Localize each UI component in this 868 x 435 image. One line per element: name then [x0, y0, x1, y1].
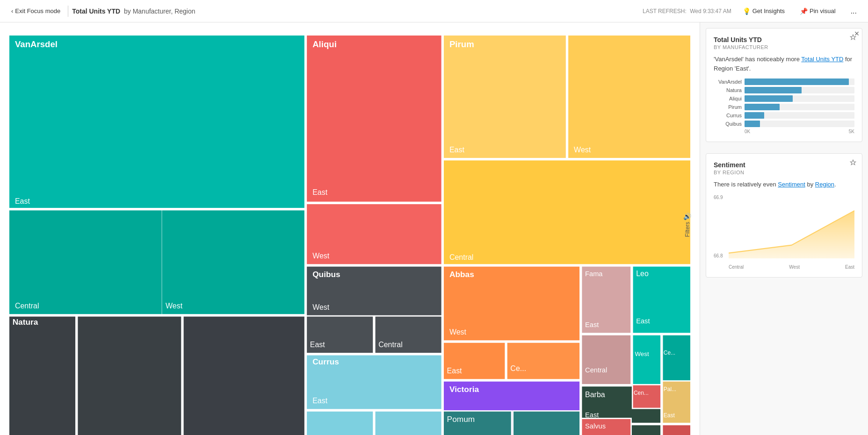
svg-text:Currus: Currus — [312, 357, 339, 366]
bar-axis-max: 5K — [849, 129, 854, 134]
insight-title-2: Sentiment — [714, 161, 854, 169]
svg-rect-45 — [506, 342, 580, 379]
svg-text:VanArsdel: VanArsdel — [15, 39, 58, 49]
svg-text:Ce...: Ce... — [664, 349, 675, 356]
bar-fill-2 — [745, 95, 793, 102]
bar-track-1 — [745, 87, 854, 93]
bar-label-4: Currus — [714, 113, 742, 118]
svg-rect-64 — [662, 335, 691, 385]
insight-text-link-2b[interactable]: Region — [815, 181, 834, 188]
topbar: ‹ Exit Focus mode Total Units YTD by Man… — [0, 0, 868, 22]
insight-card-1: Total Units YTD BY MANUFACTURER 'VanArsd… — [706, 28, 862, 142]
bar-chart-row-5: Quibus — [714, 121, 854, 127]
bar-chart-row-0: VanArsdel — [714, 78, 854, 85]
svg-rect-79 — [662, 425, 691, 435]
svg-text:Central: Central — [449, 253, 473, 261]
svg-rect-77 — [632, 385, 661, 408]
svg-rect-53 — [513, 411, 580, 435]
insight-card-2: Sentiment BY REGION There is relatively … — [706, 153, 862, 278]
svg-text:East: East — [312, 188, 327, 196]
get-insights-button[interactable]: 💡 Get Insights — [739, 6, 788, 17]
bar-label-3: Pirum — [714, 104, 742, 110]
last-refresh-label: LAST REFRESH: Wed 9:33:47 AM — [643, 8, 731, 14]
svg-text:Pirum: Pirum — [449, 39, 474, 49]
bar-chart-row-2: Aliqui — [714, 95, 854, 102]
pin-visual-label: Pin visual — [810, 7, 836, 14]
pin-icon: 📌 — [800, 7, 808, 15]
svg-text:West: West — [574, 146, 591, 154]
get-insights-label: Get Insights — [752, 7, 785, 14]
svg-text:West: West — [312, 303, 330, 311]
x-axis-labels: Central West East — [729, 264, 854, 270]
insight-subtitle-2: BY REGION — [714, 170, 854, 175]
svg-text:East: East — [15, 197, 30, 205]
bar-chart-row-3: Pirum — [714, 104, 854, 110]
svg-rect-57 — [581, 335, 631, 385]
svg-text:East: East — [664, 412, 675, 419]
bar-track-3 — [745, 104, 854, 110]
svg-text:East: East — [636, 317, 650, 325]
svg-rect-29 — [306, 411, 374, 435]
topbar-divider — [68, 6, 68, 17]
bar-label-1: Natura — [714, 87, 742, 93]
bar-label-2: Aliqui — [714, 96, 742, 101]
svg-text:Ce...: Ce... — [510, 364, 526, 372]
insight-subtitle-1: BY MANUFACTURER — [714, 44, 854, 50]
bar-fill-5 — [745, 121, 760, 127]
svg-text:Quibus: Quibus — [312, 270, 340, 279]
svg-text:West: West — [449, 328, 467, 336]
svg-text:Salvus: Salvus — [585, 422, 606, 430]
chart-subtitle: by Manufacturer, Region — [124, 7, 195, 15]
bar-track-2 — [745, 95, 854, 102]
more-options-button[interactable]: ... — [847, 5, 861, 17]
insight-text-prefix-1: 'VanArsdel' has noticeably more — [714, 56, 801, 63]
pin-card-2-button[interactable] — [850, 159, 856, 167]
treemap-svg[interactable]: VanArsdel East Central West Natura East … — [7, 34, 692, 435]
svg-text:Central: Central — [15, 302, 39, 310]
svg-rect-12 — [183, 316, 305, 435]
insight-text-1: 'VanArsdel' has noticeably more Total Un… — [714, 55, 854, 73]
back-icon: ‹ — [11, 7, 13, 14]
svg-text:West: West — [166, 302, 183, 310]
svg-text:West: West — [635, 350, 649, 357]
svg-text:Barba: Barba — [585, 391, 605, 399]
pin-visual-button[interactable]: 📌 Pin visual — [796, 6, 839, 17]
filter-icon: 🔊 — [683, 213, 691, 220]
filters-button[interactable]: 🔊 Filters — [681, 209, 693, 241]
insights-icon: 💡 — [743, 7, 751, 15]
bar-track-4 — [745, 112, 854, 119]
exit-focus-label: Exit Focus mode — [15, 7, 60, 14]
svg-rect-38 — [443, 160, 691, 265]
insight-text-suffix-2: . — [834, 181, 836, 188]
svg-rect-36 — [568, 35, 691, 159]
close-panel-button[interactable]: × — [851, 28, 862, 39]
filters-label: Filters — [684, 222, 691, 237]
bar-axis-min: 0K — [745, 129, 750, 134]
svg-text:Cen...: Cen... — [634, 390, 649, 396]
chart-title: Total Units YTD — [72, 7, 120, 15]
bar-fill-0 — [745, 78, 849, 85]
insight-text-link-2a[interactable]: Sentiment — [778, 181, 805, 188]
svg-text:Aliqui: Aliqui — [312, 39, 337, 49]
right-panel: × Total Units YTD BY MANUFACTURER 'VanAr… — [700, 22, 868, 435]
svg-text:Victoria: Victoria — [449, 385, 479, 394]
bar-fill-1 — [745, 87, 802, 93]
y-label-min: 66.8 — [714, 253, 723, 258]
exit-focus-button[interactable]: ‹ Exit Focus mode — [7, 6, 64, 16]
svg-text:East: East — [447, 367, 462, 375]
bar-fill-3 — [745, 104, 780, 110]
svg-rect-14 — [306, 35, 442, 202]
insight-text-link-1[interactable]: Total Units YTD — [801, 56, 843, 63]
bar-axis: 0K 5K — [714, 129, 854, 134]
svg-text:Central: Central — [585, 366, 607, 374]
topbar-left: ‹ Exit Focus mode Total Units YTD by Man… — [7, 6, 635, 17]
svg-text:Leo: Leo — [636, 270, 649, 278]
svg-text:Fama: Fama — [585, 270, 603, 278]
x-label-central: Central — [729, 264, 744, 270]
bar-track-5 — [745, 121, 854, 127]
bar-fill-4 — [745, 112, 764, 119]
svg-rect-33 — [443, 35, 567, 159]
svg-rect-10 — [77, 316, 182, 435]
chart-title-bar: Total Units YTD by Manufacturer, Region — [72, 7, 195, 15]
svg-text:Central: Central — [378, 341, 402, 349]
